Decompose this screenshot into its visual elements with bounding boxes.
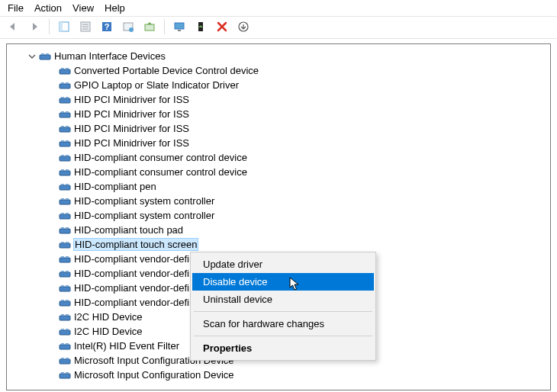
svg-rect-20 (66, 68, 69, 69)
tree-device-label: HID-compliant pen (74, 181, 156, 192)
tree-device-item[interactable]: HID-compliant touch pad (8, 223, 549, 237)
menu-help[interactable]: Help (105, 2, 125, 14)
toolbar-separator (164, 19, 165, 34)
menu-file[interactable]: File (8, 2, 24, 14)
svg-rect-32 (66, 126, 69, 127)
help-button[interactable]: ? (98, 18, 115, 35)
svg-rect-52 (61, 227, 64, 229)
hid-device-icon (59, 355, 71, 367)
hid-device-icon (59, 340, 71, 352)
hid-device-icon (59, 79, 71, 92)
tree-device-item[interactable]: HID PCI Minidriver for ISS (8, 136, 549, 150)
tree-device-item[interactable]: HID-compliant pen (8, 179, 549, 194)
tree-device-item[interactable]: HID-compliant consumer control device (8, 150, 549, 165)
hid-device-icon (59, 369, 71, 381)
hid-category-icon (39, 50, 51, 63)
menu-action[interactable]: Action (34, 2, 62, 14)
expand-collapse-icon[interactable] (28, 53, 37, 60)
tree-device-label: HID-compliant touch pad (74, 224, 183, 236)
tree-category[interactable]: Human Interface Devices (8, 49, 549, 63)
tree-device-label: I2C HID Device (74, 311, 143, 323)
svg-rect-71 (66, 314, 69, 316)
hid-device-icon (59, 94, 71, 106)
tree-device-item[interactable]: HID-compliant consumer control device (8, 165, 549, 179)
cm-separator (194, 336, 372, 336)
tree-device-item[interactable]: HID-compliant touch screen (8, 237, 549, 252)
svg-rect-81 (60, 374, 70, 378)
eject-button[interactable] (235, 18, 252, 35)
hid-device-icon (59, 311, 71, 323)
tree-device-item[interactable]: HID PCI Minidriver for ISS (8, 92, 549, 107)
svg-rect-1 (60, 22, 63, 31)
forward-button[interactable] (26, 18, 43, 35)
svg-rect-35 (66, 140, 69, 142)
svg-rect-62 (66, 271, 69, 272)
cm-uninstall-device[interactable]: Uninstall device (192, 291, 374, 308)
tree-device-item[interactable]: HID-compliant system controller (8, 194, 549, 208)
tree-device-label: GPIO Laptop or Slate Indicator Driver (74, 79, 239, 91)
svg-rect-51 (60, 229, 70, 233)
svg-rect-80 (66, 358, 69, 359)
update-driver-button[interactable] (141, 18, 158, 35)
tree-device-item[interactable]: HID PCI Minidriver for ISS (8, 107, 549, 121)
hid-device-icon (59, 123, 71, 135)
hid-device-icon (59, 65, 71, 77)
tree-category-label: Human Interface Devices (54, 50, 166, 62)
tree-device-label: HID PCI Minidriver for ISS (74, 137, 189, 149)
svg-rect-26 (66, 97, 69, 98)
hid-device-icon (59, 282, 71, 294)
scan-hardware-button[interactable] (120, 18, 137, 35)
monitor-button[interactable] (171, 18, 188, 35)
svg-rect-59 (66, 256, 69, 258)
svg-rect-10 (145, 24, 154, 31)
cm-disable-device[interactable]: Disable device (192, 273, 374, 291)
svg-rect-16 (41, 53, 44, 55)
cm-scan-hardware[interactable]: Scan for hardware changes (192, 315, 374, 333)
svg-rect-36 (60, 156, 70, 161)
svg-rect-33 (60, 142, 70, 146)
properties-button[interactable] (77, 18, 94, 35)
show-hide-tree-button[interactable] (56, 18, 72, 35)
tree-device-item[interactable]: HID-compliant system controller (8, 208, 549, 223)
hid-device-icon (59, 137, 71, 149)
svg-rect-17 (46, 53, 49, 55)
cm-properties[interactable]: Properties (192, 339, 374, 357)
svg-rect-22 (61, 82, 64, 84)
svg-rect-40 (61, 169, 64, 171)
menu-view[interactable]: View (72, 2, 94, 14)
svg-rect-38 (66, 155, 69, 156)
svg-rect-25 (61, 97, 64, 98)
back-button[interactable] (5, 18, 21, 35)
svg-rect-72 (60, 330, 70, 335)
svg-rect-24 (60, 98, 70, 103)
svg-rect-43 (61, 184, 64, 185)
tree-device-item[interactable]: HID PCI Minidriver for ISS (8, 121, 549, 136)
svg-rect-58 (61, 256, 64, 258)
cm-update-driver[interactable]: Update driver (192, 255, 374, 273)
svg-rect-79 (61, 358, 64, 359)
hid-device-icon (59, 181, 71, 193)
hid-device-icon (59, 152, 71, 164)
svg-rect-63 (60, 287, 70, 291)
hid-device-icon (59, 166, 71, 178)
menubar: File Action View Help (0, 0, 557, 17)
svg-rect-47 (66, 198, 69, 200)
tree-device-item[interactable]: Converted Portable Device Control device (8, 63, 549, 78)
svg-rect-61 (61, 271, 64, 272)
tree-device-item[interactable]: Microsoft Input Configuration Device (8, 368, 549, 382)
tree-device-item[interactable]: GPIO Laptop or Slate Indicator Driver (8, 78, 549, 92)
tree-device-label: Converted Portable Device Control device (74, 65, 259, 76)
svg-rect-15 (40, 55, 50, 59)
disable-device-button[interactable] (192, 18, 209, 35)
svg-rect-23 (66, 82, 69, 84)
svg-rect-41 (66, 169, 69, 171)
uninstall-device-button[interactable] (214, 18, 230, 35)
hid-device-icon (59, 195, 71, 207)
hid-device-icon (59, 210, 71, 222)
svg-text:?: ? (105, 22, 110, 31)
hid-device-icon (59, 253, 71, 265)
svg-rect-60 (60, 272, 70, 277)
svg-rect-34 (61, 140, 64, 142)
svg-rect-18 (60, 69, 70, 74)
svg-rect-73 (61, 329, 64, 330)
